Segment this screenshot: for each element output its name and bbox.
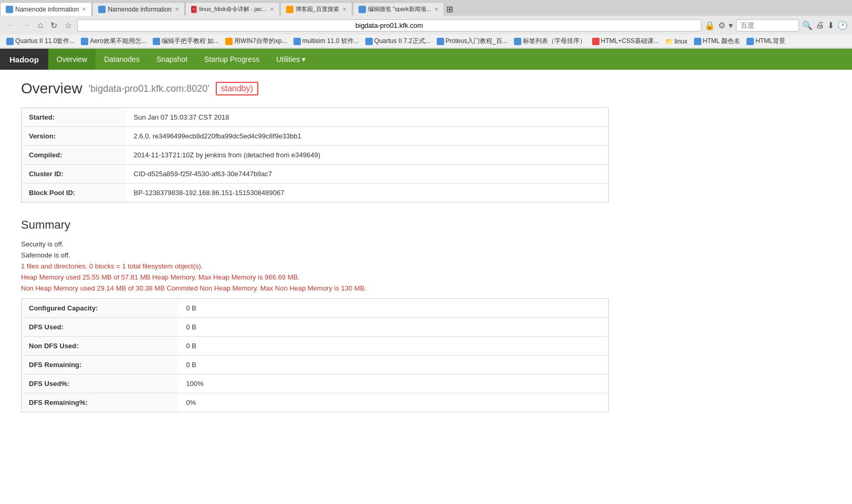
bm-icon-2 [153, 38, 160, 45]
table-row: Version:2.6.0, re3496499ecb8d220fba99dc5… [22, 127, 609, 146]
tab-1[interactable]: Namenode information ✕ [92, 2, 184, 16]
bookmark-9[interactable]: 📁 linux [663, 37, 690, 46]
table-row: Non DFS Used:0 B [22, 337, 609, 356]
address-input[interactable] [77, 19, 701, 31]
main-content: Overview 'bigdata-pro01.kfk.com:8020' st… [0, 70, 630, 423]
tab-4[interactable]: 编辑随笔 "spark新闻项... ✕ [353, 2, 444, 16]
table-row: DFS Used:0 B [22, 318, 609, 337]
tab-close-1[interactable]: ✕ [175, 6, 179, 12]
bookmark-3[interactable]: 用WIN7自带的xp... [223, 36, 289, 47]
capacity-value: 100% [179, 374, 609, 393]
row-value: 2.6.0, re3496499ecb8d220fba99dc5ed4c99c8… [127, 127, 609, 146]
settings-icon[interactable]: ⚙ [718, 20, 725, 30]
capacity-label: DFS Used%: [22, 374, 179, 393]
refresh-button[interactable]: ↻ [48, 19, 59, 31]
table-row: Compiled:2014-11-13T21:10Z by jenkins fr… [22, 146, 609, 165]
bm-label-11: HTML背景 [755, 37, 785, 46]
bookmark-1[interactable]: Aero效果不能用怎... [79, 36, 148, 47]
tab-3[interactable]: 博客园_百度搜索 ✕ [280, 2, 352, 16]
bm-icon-8 [592, 38, 599, 45]
bm-folder-icon-9: 📁 [665, 38, 673, 45]
row-label: Cluster ID: [22, 165, 127, 184]
clock-icon[interactable]: 🕐 [837, 20, 848, 30]
tab-icon-3 [286, 6, 293, 13]
bm-icon-6 [437, 38, 444, 45]
capacity-label: Non DFS Used: [22, 337, 179, 356]
bm-label-0: Quartus II 11.0套件... [15, 37, 75, 46]
capacity-value: 0 B [179, 337, 609, 356]
tab-icon-1 [98, 6, 106, 13]
search-input[interactable] [736, 19, 799, 31]
bookmark-0[interactable]: Quartus II 11.0套件... [4, 36, 77, 47]
tab-icon-2: C [191, 6, 197, 13]
nav-item-datanodes[interactable]: Datanodes [96, 49, 148, 70]
dropdown-icon[interactable]: ▾ [729, 20, 733, 30]
tab-label-3: 博客园_百度搜索 [296, 5, 339, 13]
tab-close-0[interactable]: ✕ [82, 6, 86, 12]
bookmark-2[interactable]: 编辑手把手教程 如... [151, 36, 221, 47]
tab-label-2: linux_fdisk命令详解 - jac... [199, 5, 266, 13]
home-button[interactable]: ⌂ [36, 19, 45, 31]
table-row: DFS Used%:100% [22, 374, 609, 393]
tab-0[interactable]: Namenode information ✕ [0, 2, 92, 16]
row-value: 2014-11-13T21:10Z by jenkins from (detac… [127, 146, 609, 165]
bookmarks-bar: Quartus II 11.0套件... Aero效果不能用怎... 编辑手把手… [0, 35, 852, 48]
nav-item-utilities[interactable]: Utilities ▾ [268, 49, 314, 70]
row-value: Sun Jan 07 15:03:37 CST 2018 [127, 108, 609, 127]
bm-label-5: Quartus II 7.2正式... [374, 37, 430, 46]
bookmark-11[interactable]: HTML背景 [744, 36, 787, 47]
bookmark-4[interactable]: multisim 11.0 软件... [291, 36, 361, 47]
heap-text: Heap Memory used 25.55 MB of 57.81 MB He… [21, 273, 609, 281]
tab-close-4[interactable]: ✕ [434, 6, 438, 12]
tab-2[interactable]: C linux_fdisk命令详解 - jac... ✕ [185, 2, 280, 16]
row-label: Compiled: [22, 146, 127, 165]
tab-label-4: 编辑随笔 "spark新闻项... [368, 5, 431, 13]
star-button[interactable]: ☆ [62, 19, 74, 31]
bookmark-8[interactable]: HTML+CSS基础课... [590, 36, 661, 47]
row-label: Block Pool ID: [22, 184, 127, 202]
hadoop-brand: Hadoop [0, 49, 48, 70]
table-row: Cluster ID:CID-d525a859-f25f-4530-af63-3… [22, 165, 609, 184]
nonheap-text: Non Heap Memory used 29.14 MB of 30.38 M… [21, 284, 609, 292]
bm-label-8: HTML+CSS基础课... [601, 37, 659, 46]
bm-label-6: Proteus入门教程_百... [446, 37, 508, 46]
bm-icon-1 [81, 38, 88, 45]
bm-label-3: 用WIN7自带的xp... [234, 37, 287, 46]
tab-bar: Namenode information ✕ Namenode informat… [0, 0, 852, 16]
bookmark-7[interactable]: 标签列表（字母排序） [512, 36, 588, 47]
bookmark-5[interactable]: Quartus II 7.2正式... [363, 36, 433, 47]
tab-label-1: Namenode information [108, 6, 171, 13]
forward-button[interactable]: → [20, 19, 33, 31]
nav-item-startup-progress[interactable]: Startup Progress [196, 49, 268, 70]
table-row: DFS Remaining:0 B [22, 356, 609, 374]
bm-icon-7 [514, 38, 521, 45]
table-row: Started:Sun Jan 07 15:03:37 CST 2018 [22, 108, 609, 127]
capacity-value: 0 B [179, 299, 609, 318]
tab-close-2[interactable]: ✕ [270, 6, 274, 12]
table-row: Block Pool ID:BP-1238379838-192.168.86.1… [22, 184, 609, 202]
capacity-label: DFS Used: [22, 318, 179, 337]
bm-label-9: linux [675, 38, 688, 45]
bm-label-2: 编辑手把手教程 如... [162, 37, 219, 46]
files-text: 1 files and directories, 0 blocks = 1 to… [21, 262, 609, 270]
standby-badge: standby) [216, 82, 258, 95]
back-button[interactable]: ← [4, 19, 17, 31]
tab-close-3[interactable]: ✕ [342, 6, 346, 12]
info-table: Started:Sun Jan 07 15:03:37 CST 2018Vers… [21, 108, 609, 202]
tab-icon-0 [6, 6, 13, 13]
bm-icon-4 [293, 38, 301, 45]
new-tab-button[interactable]: ⊞ [445, 2, 455, 16]
nav-item-overview[interactable]: Overview [48, 49, 96, 70]
nav-item-snapshot[interactable]: Snapshot [148, 49, 196, 70]
bookmark-6[interactable]: Proteus入门教程_百... [435, 36, 510, 47]
print-icon[interactable]: 🖨 [816, 20, 824, 30]
bm-label-1: Aero效果不能用怎... [90, 37, 146, 46]
bm-icon-0 [6, 38, 14, 45]
download-icon[interactable]: ⬇ [827, 20, 834, 30]
overview-host: 'bigdata-pro01.kfk.com:8020' [89, 83, 209, 94]
search-submit-icon[interactable]: 🔍 [802, 20, 813, 30]
tab-label-0: Namenode information [15, 6, 79, 13]
bookmark-10[interactable]: HTML 颜色名 [692, 36, 743, 47]
capacity-value: 0 B [179, 356, 609, 374]
bm-label-7: 标签列表（字母排序） [523, 37, 586, 46]
